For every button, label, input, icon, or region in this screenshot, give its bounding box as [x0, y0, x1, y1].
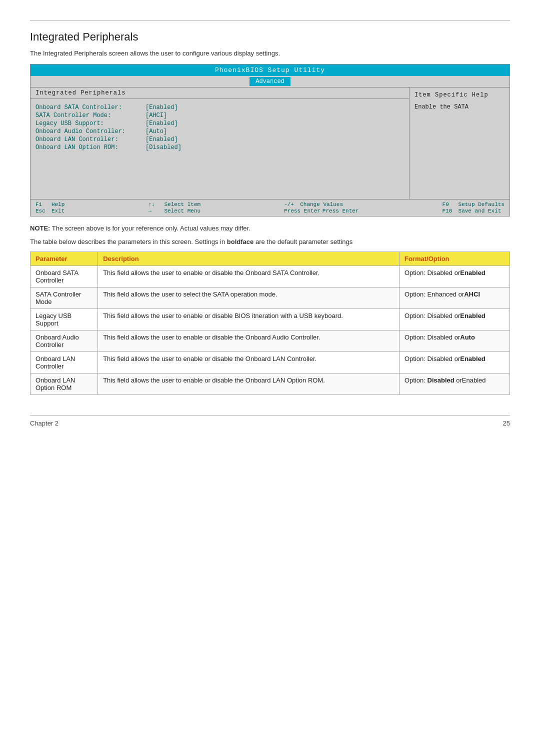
table-header-row: Parameter Description Format/Option [30, 252, 510, 266]
table-cell-param: Legacy USBSupport [30, 309, 98, 330]
table-cell-desc: This field allows the user to enable or … [98, 352, 400, 374]
note-body: The screen above is for your reference o… [50, 224, 250, 232]
footer-desc-press-enter: Press Enter [322, 208, 359, 214]
bios-item-label: Onboard SATA Controller: [36, 104, 146, 111]
bios-footer-nav: ↑↓ Select Item → Select Menu [148, 202, 201, 214]
table-cell-param: Onboard SATAController [30, 266, 98, 288]
bios-footer: F1 Help Esc Exit ↑↓ Select Item → Select… [30, 199, 510, 216]
chapter-label: Chapter 2 [30, 420, 58, 427]
bios-help-text: Enable the SATA [414, 104, 504, 110]
bios-item-value: [AHCI] [146, 112, 167, 119]
page-footer: Chapter 2 25 [30, 415, 510, 427]
table-intro-after: are the default parameter settings [254, 238, 352, 246]
bios-tab-advanced: Advanced [250, 77, 290, 86]
bios-item-label: Legacy USB Support: [36, 120, 146, 127]
table-intro-bold: boldface [227, 238, 254, 246]
bios-item-value: [Enabled] [146, 136, 178, 143]
table-cell-option: Option: Disabled orEnabled [399, 266, 510, 288]
table-row: Legacy USBSupportThis field allows the u… [30, 309, 510, 330]
bios-footer-arrows: ↑↓ Select Item [148, 202, 201, 208]
bios-item-value: [Enabled] [146, 120, 178, 127]
bios-footer-f9: F9 Setup Defaults [442, 202, 504, 208]
bios-item-label: Onboard LAN Option ROM: [36, 144, 146, 151]
footer-desc-setup-defaults: Setup Defaults [458, 202, 504, 208]
table-row: Onboard AudioControllerThis field allows… [30, 330, 510, 352]
note-paragraph: NOTE: The screen above is for your refer… [30, 224, 510, 232]
footer-key-press-enter: Press Enter [284, 208, 320, 214]
page-title: Integrated Peripherals [30, 30, 510, 44]
footer-desc-exit: Exit [52, 208, 64, 214]
bios-item-label: SATA Controller Mode: [36, 112, 146, 119]
footer-key-arrows: ↑↓ [148, 202, 162, 208]
table-row: SATA ControllerModeThis field allows the… [30, 288, 510, 309]
bios-item-label: Onboard Audio Controller: [36, 128, 146, 135]
table-cell-param: SATA ControllerMode [30, 288, 98, 309]
bios-item-value: [Disabled] [146, 144, 182, 151]
table-cell-desc: This field allows the user to enable or … [98, 309, 400, 330]
bios-item: SATA Controller Mode:[AHCI] [36, 112, 404, 119]
table-cell-desc: This field allows the user to enable or … [98, 266, 400, 288]
footer-desc-change-values: Change Values [300, 202, 343, 208]
bios-item: Onboard LAN Option ROM:[Disabled] [36, 144, 404, 151]
col-header-description: Description [98, 252, 400, 266]
bios-item: Onboard SATA Controller:[Enabled] [36, 104, 404, 111]
table-row: Onboard SATAControllerThis field allows … [30, 266, 510, 288]
bios-footer-setup: F9 Setup Defaults F10 Save and Exit [442, 202, 504, 214]
bios-footer-change: -/+ Change Values Press Enter Press Ente… [284, 202, 358, 214]
table-cell-param: Onboard LANController [30, 352, 98, 374]
footer-key-esc: Esc [36, 208, 50, 214]
table-cell-option: Option: Disabled orEnabled [399, 374, 510, 395]
page-number: 25 [503, 420, 510, 427]
bios-help-header: Item Specific Help [414, 92, 504, 98]
intro-text: The Integrated Peripherals screen allows… [30, 50, 510, 57]
footer-desc-help: Help [52, 202, 64, 208]
col-header-parameter: Parameter [30, 252, 98, 266]
bios-footer-minus-plus: -/+ Change Values [284, 202, 358, 208]
table-cell-param: Onboard LANOption ROM [30, 374, 98, 395]
table-cell-option: Option: Disabled orEnabled [399, 309, 510, 330]
bios-item: Onboard LAN Controller:[Enabled] [36, 136, 404, 143]
footer-key-minus-plus: -/+ [284, 202, 298, 208]
bios-footer-esc: Esc Exit [36, 208, 64, 214]
bios-item-value: [Auto] [146, 128, 167, 135]
bios-item: Legacy USB Support:[Enabled] [36, 120, 404, 127]
table-intro-text: The table below describes the parameters… [30, 238, 510, 246]
footer-desc-select-menu: Select Menu [164, 208, 201, 214]
footer-key-f9: F9 [442, 202, 456, 208]
bios-items-list: Onboard SATA Controller:[Enabled]SATA Co… [30, 99, 409, 199]
table-cell-desc: This field allows the user to select the… [98, 288, 400, 309]
table-cell-desc: This field allows the user to enable or … [98, 374, 400, 395]
table-cell-option: Option: Disabled orAuto [399, 330, 510, 352]
bios-footer-f10: F10 Save and Exit [442, 208, 504, 214]
bios-help-panel: Item Specific Help Enable the SATA [410, 88, 510, 199]
footer-key-f10: F10 [442, 208, 456, 214]
bios-screenshot: PhoenixBIOS Setup Utility Advanced Integ… [30, 64, 510, 216]
bios-footer-left: F1 Help Esc Exit [36, 202, 64, 214]
footer-key-arrow-right: → [148, 208, 162, 214]
parameter-table: Parameter Description Format/Option Onbo… [30, 252, 510, 395]
bios-section-header: Integrated Peripherals [30, 88, 409, 99]
col-header-format: Format/Option [399, 252, 510, 266]
bios-content-area: Integrated Peripherals Onboard SATA Cont… [30, 87, 510, 199]
bios-footer-arrow-right: → Select Menu [148, 208, 201, 214]
table-row: Onboard LANOption ROMThis field allows t… [30, 374, 510, 395]
table-intro-before: The table below describes the parameters… [30, 238, 227, 246]
bios-title-bar: PhoenixBIOS Setup Utility [30, 64, 510, 76]
footer-key-f1: F1 [36, 202, 50, 208]
bios-item: Onboard Audio Controller:[Auto] [36, 128, 404, 135]
footer-desc-save-exit: Save and Exit [458, 208, 502, 214]
table-cell-option: Option: Enhanced orAHCI [399, 288, 510, 309]
table-cell-param: Onboard AudioController [30, 330, 98, 352]
note-label: NOTE: [30, 224, 50, 232]
footer-desc-select-item: Select Item [164, 202, 201, 208]
bios-main-panel: Integrated Peripherals Onboard SATA Cont… [30, 88, 410, 199]
table-cell-desc: This field allows the user to enable or … [98, 330, 400, 352]
table-row: Onboard LANControllerThis field allows t… [30, 352, 510, 374]
bios-tab-bar: Advanced [30, 76, 510, 87]
bios-footer-enter: Press Enter Press Enter [284, 208, 358, 214]
bios-item-value: [Enabled] [146, 104, 178, 111]
top-rule [30, 20, 510, 20]
bios-footer-f1: F1 Help [36, 202, 64, 208]
bios-item-label: Onboard LAN Controller: [36, 136, 146, 143]
table-cell-option: Option: Disabled orEnabled [399, 352, 510, 374]
